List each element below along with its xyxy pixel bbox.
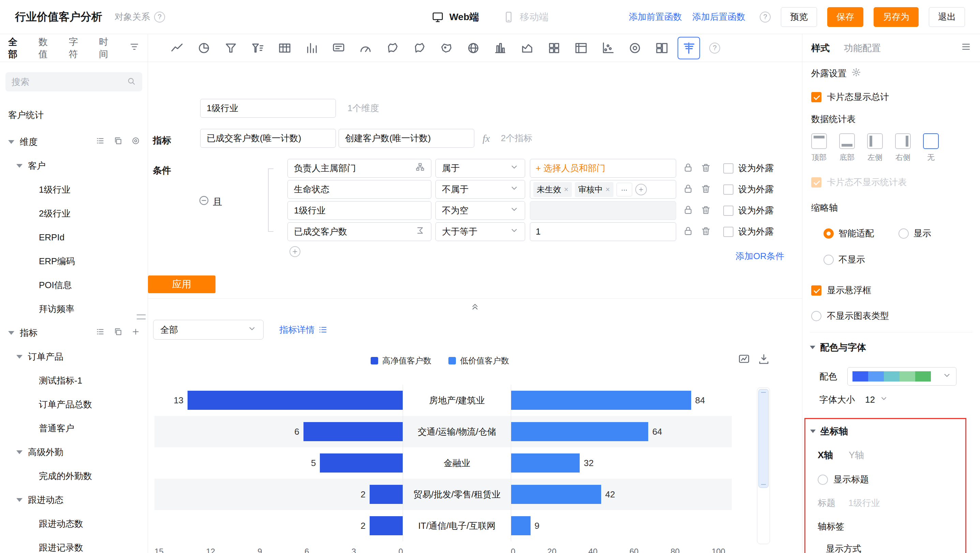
tree-field-item[interactable]: POI信息 [0,273,148,297]
tree-subgroup-row[interactable]: 客户 [0,154,148,178]
charttype-gauge-icon[interactable] [354,37,377,59]
charttype-crosstab-icon[interactable] [570,37,592,59]
dimension-field[interactable]: 1级行业 [200,99,336,118]
color-scheme-select[interactable] [847,367,956,386]
charttype-map-world-icon[interactable] [435,37,458,59]
stats-position-bottom[interactable]: 底部 [839,133,855,163]
fx-function-icon[interactable]: fx [482,133,490,144]
legend-item[interactable]: 低价值客户数 [449,355,509,366]
add-value-button[interactable] [635,184,647,195]
apply-button[interactable]: 应用 [148,275,215,293]
add-pre-function-link[interactable]: 添加前置函数 [629,11,682,23]
collapse-condition-icon[interactable] [199,195,209,208]
delete-condition-icon[interactable] [701,184,711,195]
tree-field-item[interactable]: 订单产品总数 [0,393,148,416]
thumb-axis-show-radio[interactable]: 显示 [899,227,931,239]
lock-icon[interactable] [683,163,693,174]
caret-down-icon[interactable] [16,450,22,454]
tree-field-item[interactable]: 1级行业 [0,178,148,202]
stats-position-right[interactable]: 右侧 [895,133,911,163]
tree-field-item[interactable]: ERPId [0,226,148,249]
caret-down-icon[interactable] [8,140,14,144]
charttype-funnel-icon[interactable] [220,37,242,59]
field-filter-icon[interactable] [129,41,140,54]
charttype-scatter-icon[interactable] [597,37,619,59]
measure-field-1[interactable]: 已成交客户数(唯一计数) [200,129,336,148]
save-as-button[interactable]: 另存为 [873,7,919,27]
panel-resize-handle[interactable] [137,315,146,319]
stats-position-left[interactable]: 左侧 [867,133,883,163]
search-input[interactable] [11,77,127,87]
condition-field-select[interactable]: 生命状态 [288,180,431,199]
card-total-checkbox[interactable] [811,92,821,102]
metric-filter-select[interactable]: 全部 [153,320,264,340]
copy-icon[interactable] [113,137,123,148]
field-type-tab-3[interactable]: 时间 [99,36,117,60]
measure-field-2[interactable]: 创建客户数(唯一计数) [339,129,474,148]
add-post-function-link[interactable]: 添加后置函数 [692,11,745,23]
charttype-target-icon[interactable] [624,37,646,59]
data-zoom-slider[interactable] [757,387,770,544]
condition-operator-select[interactable]: 不属于 [436,180,525,199]
charttype-area-chart-icon[interactable] [516,37,538,59]
hide-chart-type-checkbox[interactable] [811,311,821,321]
preview-button[interactable]: 预览 [781,7,817,27]
metric-detail-link[interactable]: 指标详情 [279,324,328,336]
lock-icon[interactable] [683,226,693,238]
more-values-button[interactable] [617,183,632,196]
tab-function-config[interactable]: 功能配置 [844,42,881,54]
tree-field-item[interactable]: 2级行业 [0,202,148,226]
tree-subgroup-row[interactable]: 跟进动态 [0,488,148,512]
tree-field-item[interactable]: 跟进记录数 [0,536,148,553]
delete-condition-icon[interactable] [701,163,711,174]
collapse-config-icon[interactable] [463,301,487,310]
panel-menu-icon[interactable] [961,41,971,54]
charttype-histogram-icon[interactable] [489,37,511,59]
person-department-picker[interactable]: + 选择人员和部门 [530,159,676,178]
chart-insight-icon[interactable] [738,353,750,367]
tag-close-icon[interactable]: × [564,185,568,194]
axis-section-header[interactable]: 坐标轴 [810,425,965,437]
charttype-map-china-2-icon[interactable] [408,37,431,59]
lock-icon[interactable] [683,205,693,216]
save-button[interactable]: 保存 [827,7,863,27]
function-help-icon[interactable] [760,11,771,22]
object-relation-link[interactable]: 对象关系 [115,11,150,23]
hover-box-checkbox[interactable] [811,285,821,296]
charttype-line-chart-icon[interactable] [166,37,188,59]
condition-field-select[interactable]: 1级行业 [288,201,431,220]
add-condition-button[interactable] [290,246,301,257]
tree-group-row[interactable]: 维度 [0,130,148,154]
and-connector[interactable]: 且 [199,195,222,208]
show-axis-title-checkbox[interactable] [818,475,828,485]
list-icon[interactable] [96,327,105,338]
data-zoom-handle[interactable] [758,389,768,488]
list-icon[interactable] [96,137,105,148]
platform-web-toggle[interactable]: Web端 [432,11,479,24]
charttype-bar-chart-icon[interactable] [301,37,323,59]
color-font-section-header[interactable]: 配色与字体 [810,341,980,354]
tree-field-item[interactable]: 完成的外勤数 [0,464,148,488]
tree-subgroup-row[interactable]: 高级外勤 [0,440,148,464]
tree-field-item[interactable]: 测试指标-1 [0,369,148,393]
condition-operator-select[interactable]: 不为空 [436,201,525,220]
condition-tags-box[interactable]: 未生效×审核中× [530,180,676,199]
tree-subgroup-row[interactable]: 订单产品 [0,345,148,369]
target-icon[interactable] [131,137,140,148]
charttype-data-table-icon[interactable] [274,37,296,59]
charttype-map-china-icon[interactable] [381,37,404,59]
tab-style[interactable]: 样式 [811,42,830,54]
tree-field-item[interactable]: ERP编码 [0,249,148,273]
tag-close-icon[interactable]: × [606,185,610,194]
stats-position-top[interactable]: 顶部 [811,133,827,163]
object-relation-help-icon[interactable] [154,11,165,22]
field-type-tab-1[interactable]: 数值 [38,36,57,60]
charttype-matrix-icon[interactable] [543,37,565,59]
thumb-axis-hide-radio[interactable]: 不显示 [824,254,865,265]
search-icon[interactable] [127,76,136,87]
expose-checkbox[interactable] [723,227,733,237]
caret-down-icon[interactable] [16,498,22,502]
exit-button[interactable]: 退出 [929,7,965,27]
gear-icon[interactable] [851,67,861,79]
add-or-condition-link[interactable]: 添加OR条件 [735,250,784,262]
